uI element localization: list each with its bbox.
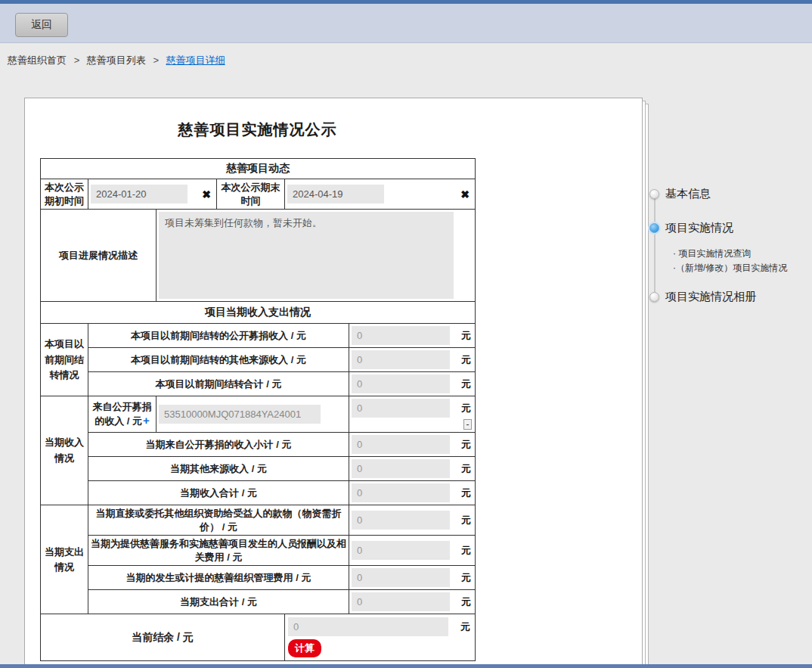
expense-personnel-input[interactable] (352, 541, 450, 560)
donation-amount-input[interactable] (352, 399, 450, 418)
nav-implementation-album[interactable]: 项目实施情况相册 (649, 290, 756, 304)
carryover-row-label: 本项目以前期间结转的其他来源收入 / 元 (88, 348, 349, 372)
period-start-label: 本次公示期初时间 (41, 179, 88, 210)
unit-label: 元 (461, 486, 473, 500)
balance-input[interactable] (288, 617, 448, 636)
topbar: 返回 (0, 4, 812, 43)
expense-total-input[interactable] (352, 592, 450, 611)
income-row-label: 当期收入合计 / 元 (88, 481, 349, 505)
period-end-label: 本次公示期末时间 (217, 179, 285, 210)
form-paper: 慈善项目实施情况公示 慈善项目动态 本次公示期初时间 ✖ 本次公示期末时间 (24, 98, 643, 668)
carryover-public-income-input[interactable] (352, 326, 450, 345)
nav-implementation-album-label: 项目实施情况相册 (665, 290, 756, 304)
section-header-project-dynamics: 慈善项目动态 (41, 159, 476, 179)
nav-basic-info-label: 基本信息 (665, 187, 711, 201)
bottom-accent-line (0, 664, 812, 668)
unit-label: 元 (461, 438, 473, 452)
remove-donation-record-button[interactable]: - (463, 419, 472, 430)
carryover-group-label: 本项目以前期间结转情况 (41, 324, 88, 396)
breadcrumb-project-list: 慈善项目列表 (87, 54, 146, 66)
project-implementation-form-table: 慈善项目动态 本次公示期初时间 ✖ 本次公示期末时间 ✖ (40, 158, 476, 661)
step-circle-active-icon (649, 223, 659, 233)
income-other-input[interactable] (352, 459, 450, 478)
progress-description-textarea[interactable]: 项目未筹集到任何款物，暂未开始。 (159, 212, 454, 299)
balance-label: 当前结余 / 元 (41, 614, 285, 661)
income-row-label: 当期来自公开募捐的收入小计 / 元 (88, 433, 349, 457)
clear-period-end-icon[interactable]: ✖ (460, 188, 470, 200)
donation-credential-input[interactable] (159, 405, 321, 424)
breadcrumb-separator: > (74, 54, 80, 66)
nav-implementation-status[interactable]: 项目实施情况 (649, 221, 733, 235)
expense-group-label: 当期支出情况 (41, 505, 88, 614)
nav-basic-info[interactable]: 基本信息 (649, 187, 711, 201)
income-public-subtotal-input[interactable] (352, 435, 450, 454)
clear-period-start-icon[interactable]: ✖ (202, 188, 211, 200)
timeline-connector (654, 194, 655, 297)
carryover-row-label: 本项目以前期间结转的公开募捐收入 / 元 (88, 324, 349, 348)
unit-label: 元 (461, 329, 473, 343)
carryover-total-input[interactable] (352, 374, 450, 393)
calculate-button[interactable]: 计算 (288, 639, 321, 657)
income-group-label: 当期收入情况 (41, 396, 88, 505)
unit-label: 元 (461, 571, 473, 585)
main-content: 慈善项目实施情况公示 慈善项目动态 本次公示期初时间 ✖ 本次公示期末时间 (0, 76, 812, 668)
unit-label: 元 (460, 620, 472, 634)
period-start-input[interactable] (91, 185, 188, 204)
step-circle-icon (649, 189, 659, 199)
nav-implementation-edit[interactable]: ·（新增/修改）项目实施情况 (673, 262, 787, 275)
carryover-other-income-input[interactable] (352, 350, 450, 369)
page-title: 慈善项目实施情况公示 (40, 120, 475, 140)
nav-implementation-query[interactable]: · 项目实施情况查询 (673, 247, 751, 260)
income-total-input[interactable] (352, 483, 450, 502)
back-button[interactable]: 返回 (15, 13, 68, 37)
step-navigation: 基本信息 项目实施情况 · 项目实施情况查询 ·（新增/修改）项目实施情况 项目… (644, 182, 812, 326)
nav-implementation-status-label: 项目实施情况 (665, 221, 733, 235)
breadcrumb-separator: > (153, 54, 159, 66)
income-row-label: 当期其他来源收入 / 元 (88, 457, 349, 481)
unit-label: 元 (461, 595, 473, 609)
unit-label: 元 (461, 402, 473, 415)
expense-row-label: 当期为提供慈善服务和实施慈善项目发生的人员报酬以及相关费用 / 元 (88, 536, 349, 566)
breadcrumb: 慈善组织首页 > 慈善项目列表 > 慈善项目详细 (0, 43, 812, 76)
unit-label: 元 (461, 514, 473, 527)
breadcrumb-home: 慈善组织首页 (8, 54, 67, 66)
unit-label: 元 (461, 353, 473, 367)
expense-row-label: 当期支出合计 / 元 (88, 590, 349, 614)
carryover-row-label: 本项目以前期间结转合计 / 元 (88, 372, 349, 396)
period-end-input[interactable] (287, 185, 384, 204)
section-header-income-expense: 项目当期收入支出情况 (41, 302, 476, 324)
add-donation-record-icon[interactable]: + (143, 414, 150, 427)
unit-label: 元 (461, 462, 473, 476)
expense-row-label: 当期直接或委托其他组织资助给受益人的款物（物资需折价） / 元 (88, 505, 349, 536)
expense-row-label: 当期的发生或计提的慈善组织管理费用 / 元 (88, 566, 349, 590)
unit-label: 元 (461, 377, 473, 391)
unit-label: 元 (461, 544, 473, 558)
progress-description-label: 项目进展情况描述 (41, 210, 157, 302)
expense-management-input[interactable] (352, 568, 450, 587)
step-circle-icon (649, 292, 659, 302)
breadcrumb-project-detail-link[interactable]: 慈善项目详细 (166, 54, 225, 66)
expense-beneficiary-input[interactable] (352, 511, 450, 530)
